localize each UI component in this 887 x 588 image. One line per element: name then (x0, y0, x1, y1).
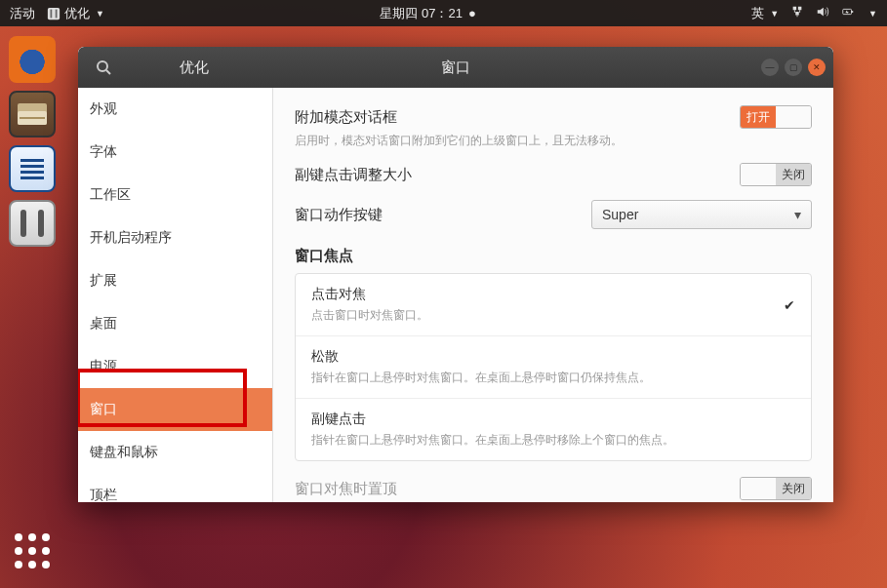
sidebar-item-extensions[interactable]: 扩展 (78, 259, 272, 302)
network-icon[interactable] (790, 5, 804, 21)
action-key-select[interactable]: Super (591, 200, 812, 229)
svg-rect-1 (51, 9, 53, 18)
check-icon: ✔ (784, 297, 795, 313)
sidebar-item-desktop[interactable]: 桌面 (78, 302, 272, 345)
app-menu[interactable]: 优化 ▼ (47, 5, 104, 22)
content-pane: 附加模态对话框 打开 启用时，模态对话窗口附加到它们的上级窗口上，且无法移动。 … (273, 88, 833, 502)
focus-options-list: 点击对焦 点击窗口时对焦窗口。 ✔ 松散 指针在窗口上悬停时对焦窗口。在桌面上悬… (295, 273, 812, 461)
resize-secondary-label: 副键点击调整大小 (295, 166, 412, 184)
writer-icon[interactable] (9, 145, 56, 192)
sidebar-item-keyboard-mouse[interactable]: 键盘和鼠标 (78, 431, 272, 474)
raise-on-focus-switch[interactable]: 关闭 (740, 477, 812, 500)
svg-rect-7 (20, 117, 45, 119)
sidebar-item-startup[interactable]: 开机启动程序 (78, 216, 272, 259)
sidebar-item-windows[interactable]: 窗口 (78, 388, 272, 431)
dock (0, 26, 63, 588)
attach-modal-label: 附加模态对话框 (295, 108, 397, 127)
attach-modal-desc: 启用时，模态对话窗口附加到它们的上级窗口上，且无法移动。 (295, 133, 812, 149)
focus-option-secondary[interactable]: 副键点击 指针在窗口上悬停时对焦窗口。在桌面上悬停时移除上个窗口的焦点。 (296, 399, 811, 460)
tweaks-window: 优化 窗口 — ▢ ✕ 外观 字体 工作区 开机启动程序 扩展 桌面 电源 窗口… (78, 47, 833, 502)
battery-icon[interactable] (841, 5, 855, 21)
activities-button[interactable]: 活动 (10, 5, 35, 22)
focus-option-sloppy[interactable]: 松散 指针在窗口上悬停时对焦窗口。在桌面上悬停时窗口仍保持焦点。 (296, 336, 811, 399)
resize-secondary-switch[interactable]: 关闭 (740, 163, 812, 186)
sidebar-item-appearance[interactable]: 外观 (78, 88, 272, 131)
app-menu-label: 优化 (64, 5, 90, 22)
attach-modal-switch[interactable]: 打开 (740, 105, 812, 129)
sidebar-item-power[interactable]: 电源 (78, 345, 272, 388)
svg-rect-4 (852, 11, 854, 13)
firefox-icon[interactable] (9, 36, 56, 83)
sidebar: 外观 字体 工作区 开机启动程序 扩展 桌面 电源 窗口 键盘和鼠标 顶栏 (78, 88, 273, 502)
action-key-label: 窗口动作按键 (295, 206, 383, 224)
maximize-button[interactable]: ▢ (785, 59, 802, 76)
svg-rect-0 (48, 7, 60, 19)
tweaks-app-icon[interactable] (9, 200, 56, 247)
volume-icon[interactable] (816, 5, 829, 21)
sidebar-item-fonts[interactable]: 字体 (78, 131, 272, 174)
sidebar-title: 优化 (121, 59, 267, 77)
clock[interactable]: 星期四 07：21 ● (104, 5, 751, 22)
focus-option-click[interactable]: 点击对焦 点击窗口时对焦窗口。 ✔ (296, 274, 811, 336)
svg-rect-2 (56, 9, 58, 18)
notification-dot-icon: ● (468, 6, 476, 20)
sidebar-item-topbar[interactable]: 顶栏 (78, 474, 272, 502)
ime-indicator[interactable]: 英▼ (751, 5, 779, 22)
chevron-down-icon: ▼ (96, 9, 104, 19)
minimize-button[interactable]: — (761, 59, 779, 76)
chevron-down-icon: ▼ (770, 9, 779, 19)
search-button[interactable] (86, 47, 121, 88)
show-apps-button[interactable] (13, 531, 52, 570)
files-icon[interactable] (9, 91, 56, 137)
tweaks-icon (47, 7, 60, 20)
sidebar-item-workspaces[interactable]: 工作区 (78, 174, 272, 216)
titlebar[interactable]: 优化 窗口 — ▢ ✕ (78, 47, 833, 88)
svg-point-8 (98, 61, 107, 71)
raise-on-focus-label: 窗口对焦时置顶 (295, 480, 397, 498)
system-menu-arrow[interactable]: ▼ (868, 9, 877, 19)
focus-section-title: 窗口焦点 (295, 247, 812, 265)
close-button[interactable]: ✕ (808, 59, 826, 76)
